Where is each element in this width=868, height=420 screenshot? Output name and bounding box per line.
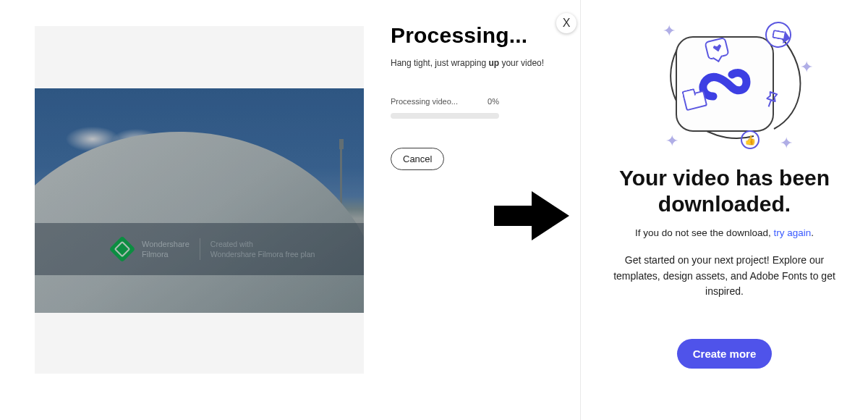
processing-status-label: Processing video... [391,97,458,106]
watermark-created-line1: Created with [210,239,315,249]
watermark-created: Created with Wondershare Filmora free pl… [210,239,315,259]
watermark-created-line2: Wondershare Filmora free plan [210,249,315,259]
sparkle-icon: ✦ [665,132,678,151]
download-sub-prefix: If you do not see the download, [635,227,773,238]
watermark-brand-line2: Filmora [142,249,190,259]
processing-panel: Processing... Hang tight, just wrapping … [391,23,571,170]
close-icon: X [563,17,571,30]
thumbs-up-icon: 👍 [741,130,760,149]
video-preview-area: Wondershare Filmora Created with Wonders… [35,26,364,374]
cancel-button[interactable]: Cancel [391,148,444,170]
express-loop-icon [699,66,751,102]
download-complete-body: Get started on your next project! Explor… [581,253,868,300]
download-complete-subtext: If you do not see the download, try agai… [581,227,868,238]
download-complete-panel: ✦ ✦ ✦ ✦ 👍 Your video has been downloaded… [580,0,868,420]
video-thumbnail: Wondershare Filmora Created with Wonders… [35,88,364,313]
create-more-button[interactable]: Create more [677,339,773,369]
watermark-divider [200,238,200,260]
download-sub-suffix: . [811,227,814,238]
sparkle-icon: ✦ [663,22,676,41]
watermark-brand: Wondershare Filmora [142,239,190,260]
sparkle-icon: ✦ [800,58,813,77]
filmora-logo-icon [109,236,136,263]
processing-title: Processing... [391,23,571,48]
processing-subtitle-prefix: Hang tight, just wrapping [391,58,488,68]
watermark-strip: Wondershare Filmora Created with Wonders… [35,223,364,275]
processing-percent-label: 0% [488,97,499,106]
close-button[interactable]: X [556,13,576,33]
download-complete-title: Your video has been downloaded. [581,165,868,217]
success-illustration: ✦ ✦ ✦ ✦ 👍 [631,22,819,152]
sparkle-icon: ✦ [780,134,793,153]
transition-arrow-icon [494,191,569,240]
processing-subtitle-bold: up [488,58,499,68]
svg-marker-0 [494,191,569,240]
processing-subtitle-suffix: your video! [499,58,544,68]
progress-bar [391,113,499,119]
pole-top-decoration [339,139,344,149]
watermark-brand-line1: Wondershare [142,239,190,249]
dome-decoration [35,132,364,313]
try-again-link[interactable]: try again [773,227,811,238]
processing-status-row: Processing video... 0% [391,97,499,106]
processing-subtitle: Hang tight, just wrapping up your video! [391,58,571,68]
